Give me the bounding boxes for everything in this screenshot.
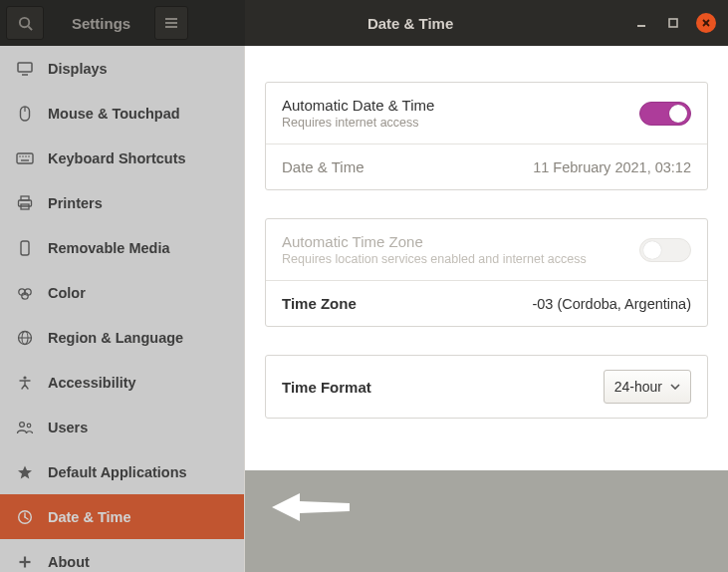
sidebar-item-accessibility[interactable]: Accessibility	[0, 360, 244, 405]
mouse-icon	[16, 106, 34, 122]
sidebar-item-label: Region & Language	[48, 330, 183, 346]
media-icon	[16, 240, 34, 256]
titlebar: Settings Date & Time	[0, 0, 728, 46]
svg-rect-9	[18, 63, 32, 72]
tz-title: Time Zone	[282, 295, 357, 312]
sidebar-item-label: About	[48, 554, 90, 570]
sidebar-item-label: Mouse & Touchpad	[48, 106, 180, 122]
content-area: Automatic Date & Time Requires internet …	[245, 46, 728, 572]
color-icon	[16, 285, 34, 301]
sidebar-item-label: Keyboard Shortcuts	[48, 150, 186, 166]
chevron-down-icon	[670, 384, 680, 390]
minimize-button[interactable]	[632, 14, 650, 32]
svg-line-34	[25, 517, 28, 519]
time-format-row: Time Format 24-hour	[266, 356, 707, 418]
auto-tz-toggle	[639, 238, 691, 262]
svg-rect-22	[21, 241, 29, 255]
display-icon	[16, 62, 34, 76]
datetime-title: Date & Time	[282, 158, 364, 175]
keyboard-icon	[16, 152, 34, 164]
time-format-select[interactable]: 24-hour	[604, 370, 691, 404]
svg-point-29	[23, 376, 26, 379]
sidebar-item-about[interactable]: About	[0, 539, 244, 572]
search-icon	[18, 16, 33, 31]
sidebar: DisplaysMouse & TouchpadKeyboard Shortcu…	[0, 46, 245, 572]
sidebar-item-mouse-touchpad[interactable]: Mouse & Touchpad	[0, 91, 244, 136]
sidebar-item-label: Displays	[48, 61, 108, 77]
users-icon	[16, 421, 34, 434]
sidebar-item-removable-media[interactable]: Removable Media	[0, 225, 244, 270]
panel-title: Date & Time	[188, 15, 632, 32]
auto-tz-title: Automatic Time Zone	[282, 233, 587, 250]
sidebar-item-label: Date & Time	[48, 509, 131, 525]
datetime-group: Automatic Date & Time Requires internet …	[265, 82, 708, 190]
sidebar-item-label: Color	[48, 285, 86, 301]
sidebar-item-label: Removable Media	[48, 240, 170, 256]
sidebar-item-label: Printers	[48, 195, 103, 211]
svg-point-31	[27, 424, 31, 428]
app-title: Settings	[72, 15, 130, 32]
time-format-group: Time Format 24-hour	[265, 355, 708, 419]
sidebar-item-displays[interactable]: Displays	[0, 46, 244, 91]
accessibility-icon	[16, 375, 34, 391]
search-button[interactable]	[6, 6, 44, 40]
globe-icon	[16, 330, 34, 346]
sidebar-item-date-time[interactable]: Date & Time	[0, 494, 244, 539]
printer-icon	[16, 195, 34, 211]
svg-point-0	[19, 17, 28, 26]
sidebar-item-label: Users	[48, 420, 88, 435]
timezone-group: Automatic Time Zone Requires location se…	[265, 218, 708, 327]
plus-icon	[16, 555, 34, 569]
svg-point-30	[20, 422, 25, 427]
tz-value: -03 (Cordoba, Argentina)	[532, 296, 691, 312]
sidebar-item-users[interactable]: Users	[0, 405, 244, 449]
star-icon	[16, 464, 34, 480]
datetime-value: 11 February 2021, 03:12	[533, 159, 691, 175]
sidebar-item-label: Default Applications	[48, 464, 187, 480]
time-format-title: Time Format	[282, 379, 371, 396]
auto-datetime-sub: Requires internet access	[282, 116, 434, 130]
auto-tz-row: Automatic Time Zone Requires location se…	[266, 219, 707, 280]
sidebar-item-label: Accessibility	[48, 375, 136, 391]
sidebar-item-region-language[interactable]: Region & Language	[0, 315, 244, 360]
sidebar-item-printers[interactable]: Printers	[0, 180, 244, 225]
window-controls	[632, 13, 728, 33]
auto-tz-sub: Requires location services enabled and i…	[282, 252, 587, 266]
tz-row[interactable]: Time Zone -03 (Cordoba, Argentina)	[266, 280, 707, 326]
hamburger-button[interactable]	[154, 6, 188, 40]
sidebar-item-default-applications[interactable]: Default Applications	[0, 449, 244, 494]
time-format-value: 24-hour	[614, 379, 662, 395]
maximize-button[interactable]	[664, 14, 682, 32]
svg-line-1	[28, 26, 32, 30]
sidebar-item-keyboard-shortcuts[interactable]: Keyboard Shortcuts	[0, 136, 244, 180]
datetime-row[interactable]: Date & Time 11 February 2021, 03:12	[266, 143, 707, 189]
svg-rect-6	[669, 19, 677, 27]
svg-rect-13	[17, 153, 33, 163]
auto-datetime-toggle[interactable]	[639, 102, 691, 126]
sidebar-item-color[interactable]: Color	[0, 270, 244, 315]
auto-datetime-title: Automatic Date & Time	[282, 97, 434, 114]
auto-datetime-row: Automatic Date & Time Requires internet …	[266, 83, 707, 143]
clock-icon	[16, 509, 34, 525]
close-button[interactable]	[696, 13, 716, 33]
hamburger-icon	[164, 17, 178, 29]
